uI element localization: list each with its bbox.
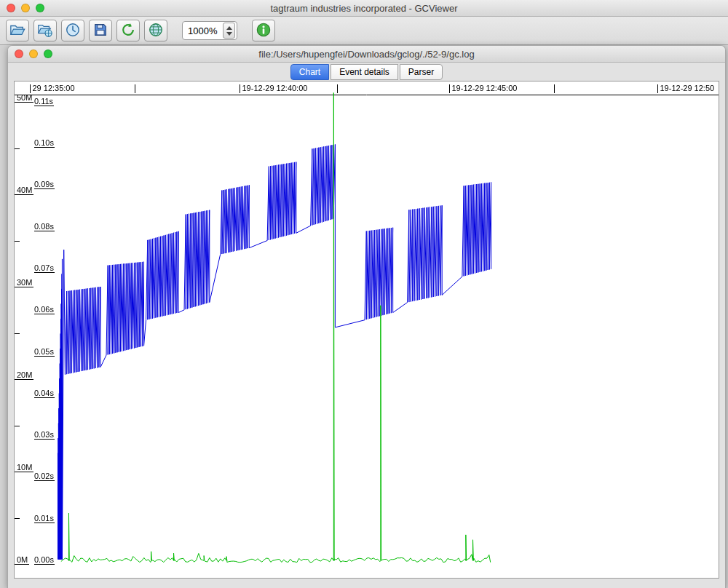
open-file-icon — [9, 22, 25, 40]
zoom-stepper[interactable] — [223, 23, 235, 39]
about-button[interactable] — [252, 20, 275, 41]
zoom-button[interactable] — [36, 4, 44, 12]
outer-titlebar: tagtraum industries incorporated - GCVie… — [0, 0, 728, 17]
zoom-button[interactable] — [44, 49, 52, 58]
tab-chart[interactable]: Chart — [290, 64, 329, 80]
chart-plot: 29 12:35:0019-12-29 12:40:0019-12-29 12:… — [14, 81, 719, 579]
info-icon — [256, 22, 272, 40]
refresh-arrows-icon — [120, 22, 136, 40]
open-url-button[interactable] — [33, 20, 57, 41]
inner-window-title: file:/Users/hupengfei/Downloads/gclog/./… — [8, 49, 725, 60]
window-controls — [0, 4, 44, 12]
zoom-value[interactable]: 1000% — [188, 25, 218, 36]
document-window-controls — [8, 49, 52, 58]
save-disk-icon — [92, 22, 108, 40]
minimize-button[interactable] — [29, 49, 38, 58]
zoom-combobox[interactable]: 1000% — [182, 21, 237, 40]
globe-icon — [148, 22, 164, 40]
close-button[interactable] — [15, 49, 23, 58]
view-tabbar: Chart Event details Parser — [8, 63, 725, 82]
clock-globe-icon — [65, 22, 81, 40]
toolbar: 1000% — [0, 17, 728, 45]
tab-parser[interactable]: Parser — [400, 64, 443, 80]
open-url-icon — [37, 22, 53, 40]
outer-window-title: tagtraum industries incorporated - GCVie… — [0, 3, 728, 14]
tab-event-details[interactable]: Event details — [331, 64, 398, 80]
stepper-up-icon — [226, 26, 232, 30]
stepper-down-icon — [226, 32, 232, 36]
open-file-button[interactable] — [6, 20, 29, 41]
refresh-button[interactable] — [116, 20, 140, 41]
minimize-button[interactable] — [21, 4, 30, 12]
watch-button[interactable] — [61, 20, 84, 41]
export-button[interactable] — [89, 20, 112, 41]
gc-chart-canvas[interactable] — [15, 82, 719, 578]
inner-titlebar: file:/Users/hupengfei/Downloads/gclog/./… — [8, 46, 725, 63]
gcviewer-main-window: tagtraum industries incorporated - GCVie… — [0, 0, 728, 588]
gclog-document-window: file:/Users/hupengfei/Downloads/gclog/./… — [7, 45, 726, 588]
view-online-button[interactable] — [144, 20, 167, 41]
close-button[interactable] — [7, 4, 15, 12]
